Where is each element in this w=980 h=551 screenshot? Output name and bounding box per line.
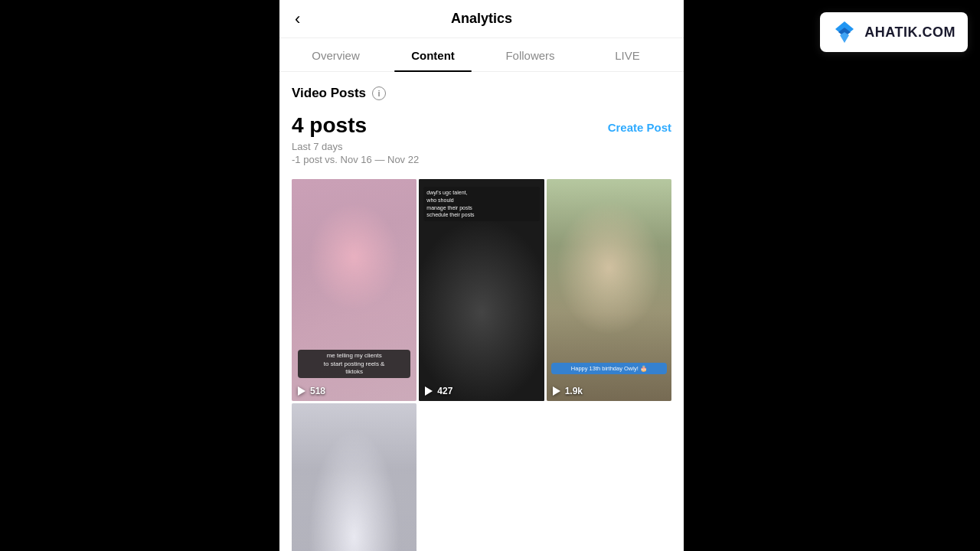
video-grid: me telling my clientsto start posting re…	[292, 179, 671, 551]
section-title: Video Posts	[292, 86, 366, 101]
video-2-views: 427	[437, 386, 452, 396]
video-1-views: 518	[310, 386, 325, 396]
section-header: Video Posts i	[292, 86, 671, 101]
ahatik-brand-name: AHATIK.COM	[864, 24, 956, 41]
posts-count: 4 posts	[292, 113, 367, 138]
ahatik-logo-icon	[832, 20, 857, 44]
play-icon-3	[551, 386, 562, 396]
back-button[interactable]: ‹	[295, 11, 300, 28]
tab-overview[interactable]: Overview	[287, 38, 384, 71]
ahatik-badge: AHATIK.COM	[820, 12, 968, 52]
tab-followers[interactable]: Followers	[482, 38, 579, 71]
tab-bar: Overview Content Followers LIVE	[279, 38, 684, 72]
video-2-caption: dwyl's ugc talent,who shouldmanage their…	[423, 187, 539, 221]
comparison-text: -1 post vs. Nov 16 — Nov 22	[292, 154, 671, 165]
content-area: Video Posts i 4 posts Create Post Last 7…	[279, 72, 684, 551]
create-post-button[interactable]: Create Post	[608, 118, 671, 137]
video-thumb-1[interactable]: me telling my clientsto start posting re…	[292, 179, 416, 401]
analytics-header: ‹ Analytics	[279, 0, 684, 38]
date-range: Last 7 days	[292, 141, 671, 152]
play-icon	[296, 386, 307, 396]
info-icon[interactable]: i	[372, 86, 386, 100]
video-2-stats: 427	[423, 386, 452, 396]
video-1-stats: 518	[296, 386, 325, 396]
play-icon-2	[423, 386, 434, 396]
video-thumb-3[interactable]: Happy 13th birthday Owly! 🎂 1.9k	[547, 179, 671, 401]
left-panel	[0, 0, 279, 551]
video-1-caption: me telling my clientsto start posting re…	[298, 350, 410, 378]
video-thumb-4[interactable]: + OWLY TWERKING +	[292, 403, 416, 551]
video-thumb-2[interactable]: dwyl's ugc talent,who shouldmanage their…	[419, 179, 544, 401]
main-panel: ‹ Analytics Overview Content Followers L…	[279, 0, 684, 551]
page-title: Analytics	[451, 11, 512, 27]
video-3-caption: Happy 13th birthday Owly! 🎂	[551, 363, 667, 375]
right-panel: AHATIK.COM	[684, 0, 980, 551]
video-3-views: 1.9k	[565, 386, 583, 396]
video-3-stats: 1.9k	[551, 386, 583, 396]
posts-header: 4 posts Create Post	[292, 113, 671, 138]
tab-live[interactable]: LIVE	[579, 38, 676, 71]
tab-content[interactable]: Content	[384, 38, 482, 71]
